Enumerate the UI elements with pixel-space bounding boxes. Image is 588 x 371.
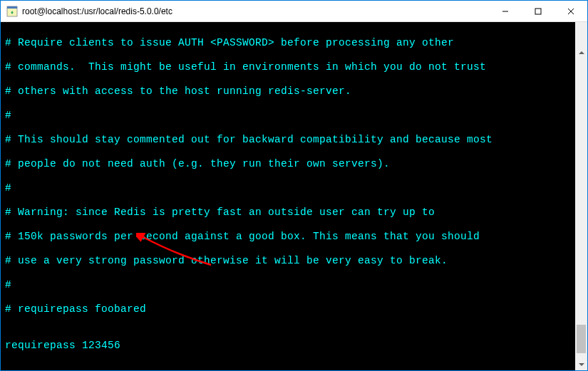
minimize-button[interactable] xyxy=(489,1,522,21)
config-line: # Require clients to issue AUTH <PASSWOR… xyxy=(5,37,587,49)
config-line: # others with access to the host running… xyxy=(5,85,587,98)
requirepass-line: requirepass 123456 xyxy=(5,340,587,352)
config-line: # people do not need auth (e.g. they run… xyxy=(5,158,587,170)
close-button[interactable] xyxy=(555,1,587,21)
config-line: # xyxy=(5,182,587,194)
config-line: # use a very strong password otherwise i… xyxy=(5,255,587,267)
config-line: # Warning: since Redis is pretty fast an… xyxy=(5,207,587,219)
svg-rect-1 xyxy=(7,6,17,9)
config-line: # This should stay commented out for bac… xyxy=(5,134,587,146)
svg-text:♦: ♦ xyxy=(11,9,14,16)
scroll-up-button[interactable] xyxy=(575,46,587,58)
config-line: # requirepass foobared xyxy=(5,303,587,315)
config-line: # xyxy=(5,110,587,122)
config-line: # xyxy=(5,279,587,291)
svg-marker-9 xyxy=(579,363,584,366)
svg-rect-4 xyxy=(535,9,541,14)
window-title: root@localhost:/usr/local/redis-5.0.0/et… xyxy=(22,6,489,16)
scroll-down-button[interactable] xyxy=(575,358,587,370)
config-line: # commands. This might be useful in envi… xyxy=(5,61,587,73)
window-titlebar: ♦ root@localhost:/usr/local/redis-5.0.0/… xyxy=(1,1,587,22)
svg-marker-8 xyxy=(579,51,584,54)
window-controls xyxy=(489,1,587,21)
config-line: # 150k passwords per second against a go… xyxy=(5,231,587,243)
vertical-scrollbar[interactable] xyxy=(575,22,587,370)
terminal-content[interactable]: # Require clients to issue AUTH <PASSWOR… xyxy=(1,22,587,370)
scroll-thumb[interactable] xyxy=(577,325,586,353)
app-icon: ♦ xyxy=(6,6,18,17)
maximize-button[interactable] xyxy=(522,1,555,21)
